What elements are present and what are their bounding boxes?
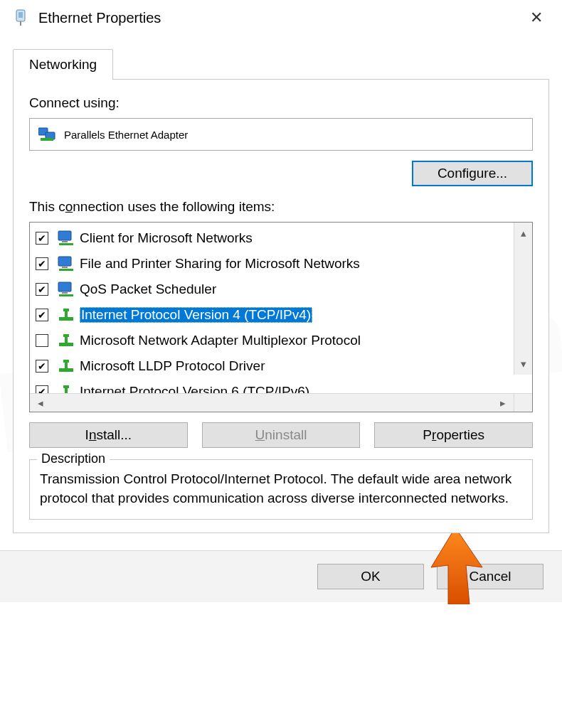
scroll-down-icon[interactable]: ▾ xyxy=(514,353,532,375)
adapter-name: Parallels Ethernet Adapter xyxy=(64,129,188,141)
list-item[interactable]: QoS Packet Scheduler xyxy=(34,277,532,302)
svg-rect-12 xyxy=(58,282,71,291)
list-item-label: Microsoft Network Adapter Multiplexor Pr… xyxy=(80,333,361,348)
ok-button[interactable]: OK xyxy=(317,564,424,589)
checkbox[interactable] xyxy=(36,232,48,245)
svg-rect-13 xyxy=(62,292,68,294)
monitor-icon xyxy=(57,281,75,298)
checkbox[interactable] xyxy=(36,360,48,373)
connect-using-label: Connect using: xyxy=(29,95,533,111)
checkbox[interactable] xyxy=(36,334,48,347)
svg-rect-8 xyxy=(59,243,73,245)
properties-button[interactable]: Properties xyxy=(374,422,533,448)
cancel-button[interactable]: Cancel xyxy=(437,564,544,589)
adapter-field[interactable]: Parallels Ethernet Adapter xyxy=(29,118,533,151)
svg-rect-23 xyxy=(63,360,69,363)
list-item[interactable]: Internet Protocol Version 4 (TCP/IPv4) xyxy=(34,302,532,328)
svg-rect-6 xyxy=(58,231,71,240)
svg-rect-11 xyxy=(59,269,73,271)
configure-button[interactable]: Configure... xyxy=(412,161,533,186)
checkbox[interactable] xyxy=(36,257,48,270)
svg-rect-26 xyxy=(63,385,69,388)
svg-rect-9 xyxy=(58,257,71,266)
svg-rect-7 xyxy=(62,241,68,242)
vertical-scrollbar[interactable]: ▴ ▾ xyxy=(514,223,532,375)
tab-networking[interactable]: Networking xyxy=(13,49,113,80)
svg-rect-21 xyxy=(59,368,73,372)
ethernet-icon xyxy=(13,8,28,28)
svg-rect-10 xyxy=(62,267,68,268)
uninstall-button: Uninstall xyxy=(202,422,361,448)
svg-rect-15 xyxy=(59,317,73,321)
list-item[interactable]: Internet Protocol Version 6 (TCP/IPv6) xyxy=(34,379,532,393)
svg-rect-14 xyxy=(59,294,73,296)
install-button[interactable]: Install... xyxy=(29,422,188,448)
scroll-right-icon[interactable]: ▸ xyxy=(492,394,514,412)
description-text: Transmission Control Protocol/Internet P… xyxy=(40,470,522,508)
checkbox[interactable] xyxy=(36,309,48,321)
list-item[interactable]: File and Printer Sharing for Microsoft N… xyxy=(34,251,532,277)
checkbox[interactable] xyxy=(36,283,48,296)
scroll-left-icon[interactable]: ◂ xyxy=(30,394,51,412)
horizontal-scrollbar[interactable]: ◂ ▸ xyxy=(30,393,532,412)
list-item-label: Client for Microsoft Networks xyxy=(80,230,253,246)
description-legend: Description xyxy=(37,451,110,466)
svg-rect-2 xyxy=(20,21,21,26)
checkbox[interactable] xyxy=(36,385,48,393)
configure-button-label: Configure... xyxy=(438,166,507,181)
monitor-icon xyxy=(57,230,75,247)
protocol-icon xyxy=(57,332,75,349)
close-icon[interactable]: ✕ xyxy=(522,9,551,27)
items-list-label: This connection uses the following items… xyxy=(29,199,533,215)
list-item[interactable]: Microsoft LLDP Protocol Driver xyxy=(34,353,532,379)
items-list[interactable]: Client for Microsoft NetworksFile and Pr… xyxy=(29,222,533,412)
titlebar: Ethernet Properties ✕ xyxy=(0,0,562,34)
scroll-up-icon[interactable]: ▴ xyxy=(514,223,532,244)
monitor-icon xyxy=(57,255,75,272)
svg-rect-17 xyxy=(63,309,69,311)
dialog-footer: OK Cancel xyxy=(0,550,562,602)
svg-rect-5 xyxy=(41,138,53,141)
list-item-label: Internet Protocol Version 6 (TCP/IPv6) xyxy=(80,384,309,393)
description-group: Description Transmission Control Protoco… xyxy=(29,459,533,520)
list-item-label: File and Printer Sharing for Microsoft N… xyxy=(80,256,360,272)
protocol-icon xyxy=(57,358,75,375)
protocol-icon xyxy=(57,383,75,393)
svg-rect-20 xyxy=(63,334,69,337)
list-item-label: QoS Packet Scheduler xyxy=(80,282,216,297)
svg-rect-1 xyxy=(18,12,23,18)
window-title: Ethernet Properties xyxy=(38,10,522,26)
protocol-icon xyxy=(57,306,75,323)
list-item-label: Internet Protocol Version 4 (TCP/IPv4) xyxy=(80,307,312,323)
list-item-label: Microsoft LLDP Protocol Driver xyxy=(80,358,265,374)
list-item[interactable]: Client for Microsoft Networks xyxy=(34,225,532,251)
adapter-icon xyxy=(38,126,57,143)
list-item[interactable]: Microsoft Network Adapter Multiplexor Pr… xyxy=(34,328,532,353)
tab-panel-networking: Connect using: Parallels Ethernet Adapte… xyxy=(13,79,549,533)
svg-rect-18 xyxy=(59,343,73,346)
